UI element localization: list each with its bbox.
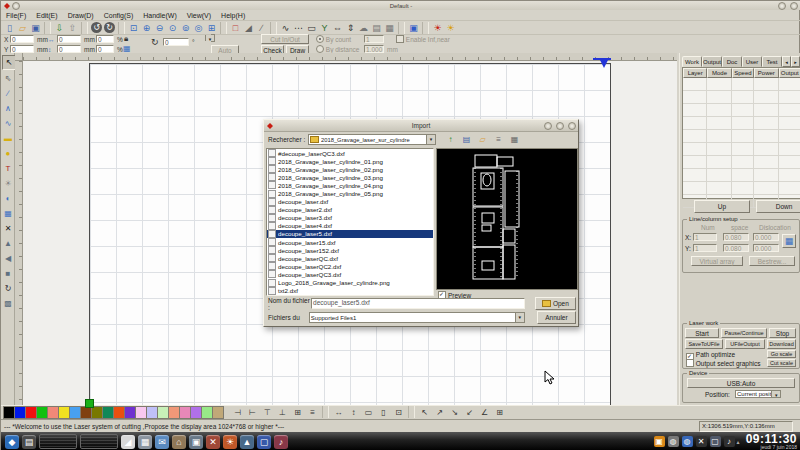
- filename-input[interactable]: decoupe_laser5.dxf: [311, 298, 525, 309]
- laser-burst-yellow-icon[interactable]: ☀: [444, 22, 457, 34]
- tray-volume-icon[interactable]: ♪: [724, 436, 735, 447]
- import-icon[interactable]: ⇩: [53, 22, 66, 34]
- tools-icon[interactable]: ✕: [206, 435, 220, 449]
- align-tool-icon[interactable]: ↘: [447, 406, 462, 420]
- star-tool-icon[interactable]: ☀: [2, 177, 14, 190]
- text-tool-icon[interactable]: T: [2, 162, 14, 175]
- usb-auto-button[interactable]: USB:Auto: [687, 378, 795, 388]
- rotate-tool-icon[interactable]: ↻: [2, 282, 14, 295]
- virtual-array-button[interactable]: Virtual array: [691, 256, 743, 266]
- align-tool-icon[interactable]: ⊞: [492, 406, 507, 420]
- tab-scroll-icon[interactable]: ◂: [782, 56, 791, 67]
- align-tool-icon[interactable]: ⊞: [290, 406, 305, 420]
- tab-doc[interactable]: Doc: [722, 56, 742, 67]
- color-swatch[interactable]: [212, 406, 224, 419]
- tray-display-icon[interactable]: ▢: [710, 436, 721, 447]
- menu-edit[interactable]: Edit(E): [31, 12, 62, 19]
- go-scale-button[interactable]: Go scale: [767, 350, 796, 358]
- bezier-tool-icon[interactable]: ∿: [2, 117, 14, 130]
- tray-caret-icon[interactable]: ▴: [737, 438, 740, 445]
- column-header-mode[interactable]: Mode: [707, 68, 731, 78]
- polyline-tool-icon[interactable]: ∧: [2, 102, 14, 115]
- column-header-output[interactable]: Output: [779, 68, 800, 78]
- flip-vertical-tool-icon[interactable]: ▲: [2, 237, 14, 250]
- tab-scroll-icon[interactable]: ▸: [791, 56, 800, 67]
- color-swatch[interactable]: [113, 406, 124, 419]
- line-tool-icon[interactable]: ∕: [2, 87, 14, 100]
- align-tool-icon[interactable]: ⊡: [391, 406, 406, 420]
- grid-tool-icon[interactable]: ▦: [2, 207, 14, 220]
- fill-tool-icon[interactable]: ■: [2, 267, 14, 280]
- open-button[interactable]: Open: [535, 297, 576, 310]
- dot-line-icon[interactable]: ⋯: [292, 22, 305, 34]
- output-select-checkbox[interactable]: Output select graphics: [686, 359, 761, 367]
- file-item[interactable]: decoupe_laserQC3.dxf: [267, 270, 433, 278]
- details-view-icon[interactable]: ▦: [507, 133, 522, 147]
- up-one-level-icon[interactable]: ↑: [443, 133, 458, 147]
- file-item[interactable]: decoupe_laserQC2.dxf: [267, 262, 433, 270]
- minimize-button[interactable]: [778, 2, 786, 10]
- file-item[interactable]: 2018_Gravage_laser_cylindre_04.png: [267, 181, 433, 189]
- layer-down-button[interactable]: Down: [756, 200, 800, 213]
- save-file-icon[interactable]: ▣: [29, 22, 42, 34]
- column-header-power[interactable]: Power: [754, 68, 778, 78]
- zoom-extent-icon[interactable]: ⊙: [166, 22, 179, 34]
- save-to-ufile-button[interactable]: SaveToUFile: [685, 339, 723, 349]
- file-item[interactable]: 2018_Gravage_laser_cylindre_01.png: [267, 157, 433, 165]
- file-item[interactable]: 2018_Gravage_laser_cylindre_03.png: [267, 173, 433, 181]
- new-folder-icon[interactable]: ▱: [475, 133, 490, 147]
- desktop-view-icon[interactable]: ▤: [459, 133, 474, 147]
- height-field[interactable]: 0: [57, 45, 81, 53]
- zoom-in-icon[interactable]: ⊕: [140, 22, 153, 34]
- align-tool-icon[interactable]: ⊥: [275, 406, 290, 420]
- tab-test[interactable]: Test: [762, 56, 782, 67]
- zoom-prev-icon[interactable]: ◎: [192, 22, 205, 34]
- file-item[interactable]: decoupe_laser5.dxf: [267, 230, 433, 238]
- zoom-window-icon[interactable]: ⊡: [127, 22, 140, 34]
- color-swatch[interactable]: [3, 406, 14, 419]
- color-swatch[interactable]: [135, 406, 146, 419]
- lookin-combo[interactable]: 2018_Gravage_laser_sur_cylindre ▾: [308, 134, 436, 145]
- file-item[interactable]: decoupe_laser15.dxf: [267, 238, 433, 246]
- tray-app-orange-icon[interactable]: ▣: [654, 436, 665, 447]
- pause-continue-button[interactable]: Pause/Continue: [721, 328, 767, 338]
- file-item[interactable]: decoupe_laser2.dxf: [267, 206, 433, 214]
- title-bar[interactable]: Default -: [1, 1, 800, 10]
- clock[interactable]: 09:11:30 jeudi 7 juin 2018: [746, 433, 797, 450]
- file-item[interactable]: txt2.dxf: [267, 287, 433, 295]
- calculator-icon[interactable]: ▦: [138, 435, 152, 449]
- menu-handle[interactable]: Handle(W): [138, 12, 181, 19]
- launcher-icon[interactable]: ◆: [5, 435, 19, 449]
- cut-scale-button[interactable]: Cut scale: [767, 359, 796, 367]
- brush-icon[interactable]: ∕: [255, 22, 268, 34]
- list-view-icon[interactable]: ≡: [491, 133, 506, 147]
- align-tool-icon[interactable]: ⊤: [260, 406, 275, 420]
- align-tool-icon[interactable]: ▭: [361, 406, 376, 420]
- delete-tool-icon[interactable]: ✕: [2, 222, 14, 235]
- file-item[interactable]: decoupe_laser152.dxf: [267, 246, 433, 254]
- usb-tool-icon[interactable]: ⌂: [172, 435, 186, 449]
- image-import-tool-icon[interactable]: ◐: [2, 192, 14, 205]
- color-swatch[interactable]: [69, 406, 80, 419]
- node-edit-tool-icon[interactable]: ⇖: [2, 72, 14, 85]
- menu-help[interactable]: Help(H): [216, 12, 250, 19]
- origin-marker[interactable]: [85, 399, 94, 408]
- mirror-h-icon[interactable]: ⇔: [331, 22, 344, 34]
- network-icon[interactable]: ▲: [240, 435, 254, 449]
- file-item[interactable]: 2018_Gravage_laser_cylindre_02.png: [267, 165, 433, 173]
- x-position-field[interactable]: 0: [10, 35, 34, 43]
- start-button[interactable]: Start: [685, 328, 719, 338]
- align-tool-icon[interactable]: ∠: [477, 406, 492, 420]
- layer-combo[interactable]: ▾: [211, 34, 215, 42]
- cancel-button[interactable]: Annuler: [537, 311, 576, 324]
- bestrew-button[interactable]: Bestrew...: [749, 256, 795, 266]
- tab-work[interactable]: Work: [682, 56, 702, 67]
- layer-up-button[interactable]: Up: [694, 200, 750, 213]
- color-swatch[interactable]: [146, 406, 157, 419]
- align-tool-icon[interactable]: ⊣: [230, 406, 245, 420]
- file-item[interactable]: decoupe_laser.dxf: [267, 198, 433, 206]
- layer-table[interactable]: LayerModeSpeedPowerOutput: [682, 67, 800, 199]
- align-tool-icon[interactable]: ↕: [346, 406, 361, 420]
- align-tool-icon[interactable]: ↗: [432, 406, 447, 420]
- ellipse-tool-icon[interactable]: ●: [2, 147, 14, 160]
